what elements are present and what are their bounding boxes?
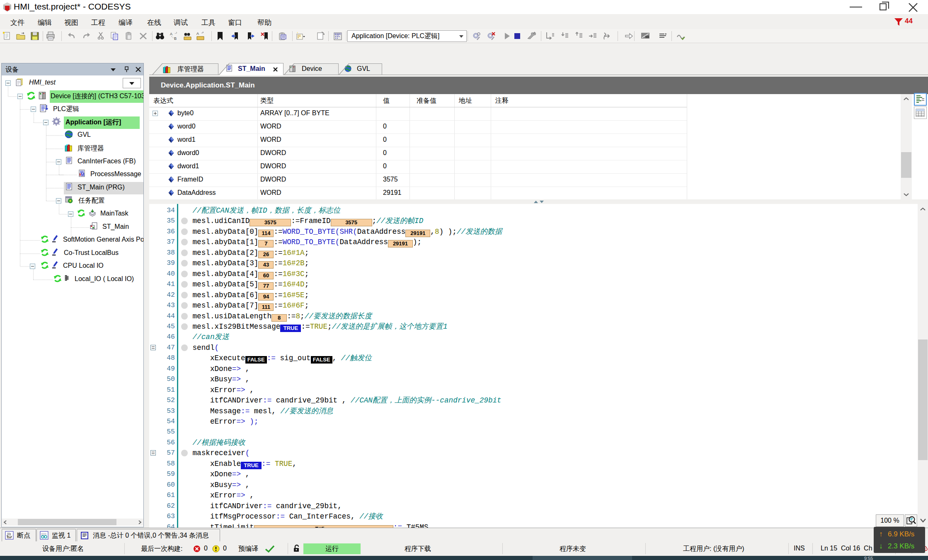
svg-text:A: A [196, 32, 199, 36]
svg-text:B: B [174, 36, 177, 41]
svg-text:M: M [81, 172, 84, 177]
svg-text:A: A [170, 32, 172, 36]
